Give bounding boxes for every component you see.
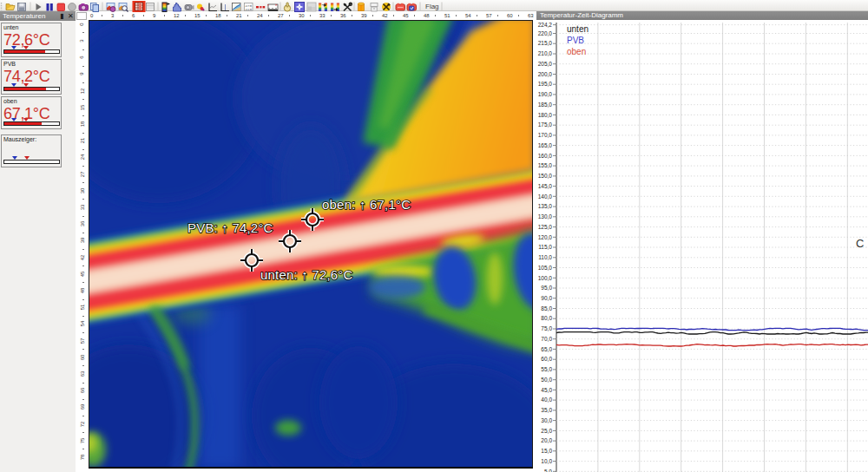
- svg-text:145,0: 145,0: [538, 183, 553, 189]
- svg-text:unten: unten: [567, 24, 589, 34]
- svg-text:unten: ↑ 72,6°C: unten: ↑ 72,6°C: [260, 267, 353, 282]
- svg-text:50,0: 50,0: [541, 377, 552, 383]
- svg-text:75,0: 75,0: [541, 325, 552, 331]
- svg-text:oben: oben: [567, 47, 586, 56]
- svg-text:135,0: 135,0: [538, 203, 553, 209]
- svg-text:410: 410: [245, 7, 252, 11]
- svg-text:95,0: 95,0: [541, 285, 552, 291]
- svg-text:35,0: 35,0: [541, 407, 552, 413]
- svg-text:105,0: 105,0: [538, 265, 553, 271]
- svg-text:65,0: 65,0: [541, 346, 552, 352]
- svg-text:190,0: 190,0: [538, 91, 553, 97]
- svg-text:200,0: 200,0: [538, 71, 553, 77]
- svg-text:70,0: 70,0: [541, 336, 552, 342]
- svg-text:90,0: 90,0: [541, 295, 552, 301]
- svg-text:Flag: Flag: [425, 3, 439, 10]
- svg-text:195,0: 195,0: [538, 81, 553, 87]
- svg-text:C: C: [856, 237, 864, 250]
- svg-text:185,0: 185,0: [538, 102, 553, 108]
- svg-text:120,0: 120,0: [538, 234, 553, 240]
- svg-text:45,0: 45,0: [541, 387, 552, 393]
- svg-text:110,0: 110,0: [538, 254, 552, 260]
- svg-text:60,0: 60,0: [541, 356, 552, 362]
- svg-text:20,0: 20,0: [541, 437, 552, 443]
- svg-text:125,0: 125,0: [538, 224, 553, 230]
- svg-text:165,0: 165,0: [538, 142, 553, 148]
- svg-text:220,0: 220,0: [538, 30, 553, 36]
- svg-text:25,0: 25,0: [541, 428, 552, 434]
- svg-text:5,0: 5,0: [544, 469, 552, 472]
- svg-text:55,0: 55,0: [541, 366, 552, 372]
- svg-text:oben: ↑ 67,1°C: oben: ↑ 67,1°C: [322, 197, 411, 212]
- svg-text:175,0: 175,0: [538, 121, 553, 128]
- svg-text:15,0: 15,0: [541, 448, 552, 454]
- svg-text:155,0: 155,0: [538, 162, 553, 168]
- svg-text:PVB: PVB: [567, 36, 584, 45]
- svg-text:115,0: 115,0: [538, 244, 552, 250]
- svg-text:130,0: 130,0: [538, 213, 553, 220]
- svg-text:80,0: 80,0: [541, 315, 552, 321]
- svg-text:170,0: 170,0: [538, 132, 553, 138]
- svg-text:215,0: 215,0: [538, 40, 553, 46]
- svg-text:85,0: 85,0: [541, 305, 552, 311]
- svg-text:224,2: 224,2: [538, 22, 553, 28]
- svg-text:PVB: ↑ 74,2°C: PVB: ↑ 74,2°C: [187, 220, 273, 235]
- svg-text:140,0: 140,0: [538, 193, 553, 200]
- svg-text:150,0: 150,0: [538, 173, 553, 179]
- svg-text:160,0: 160,0: [538, 153, 553, 159]
- svg-text:10,0: 10,0: [541, 458, 552, 464]
- svg-text:180,0: 180,0: [538, 112, 553, 118]
- svg-text:210,0: 210,0: [538, 50, 553, 56]
- svg-text:205,0: 205,0: [538, 61, 553, 67]
- svg-text:30,0: 30,0: [541, 417, 552, 423]
- svg-text:100,0: 100,0: [538, 275, 553, 281]
- svg-text:40,0: 40,0: [541, 397, 552, 403]
